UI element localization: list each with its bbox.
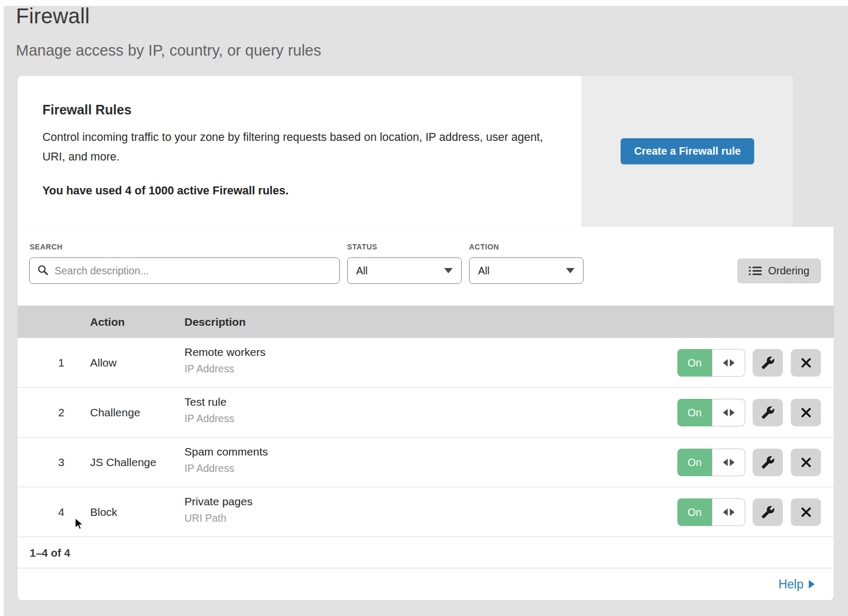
wrench-icon [761,356,775,370]
pagination-row: 1–4 of 4 [17,538,834,568]
rule-description-cell: Remote workers IP Address [184,346,266,375]
table-row: 3 JS Challenge Spam comments IP Address … [17,438,834,487]
delete-rule-button[interactable] [791,498,821,526]
rule-description: Private pages [184,495,252,508]
column-header-action: Action [90,306,125,338]
action-label: ACTION [469,243,499,251]
rule-field: IP Address [184,363,266,375]
rule-action: Block [90,487,117,537]
delete-rule-button[interactable] [791,399,821,426]
edit-rule-button[interactable] [753,449,783,476]
edit-rule-button[interactable] [753,349,783,377]
toggle-on-segment[interactable]: On [677,349,712,377]
rules-table-body: 1 Allow Remote workers IP Address On [17,338,834,537]
card-description: Control incoming traffic to your zone by… [42,128,551,167]
edit-rule-button[interactable] [753,498,783,526]
x-icon [800,406,812,419]
page-subtitle: Manage access by IP, country, or query r… [16,42,321,59]
status-select-value: All [356,265,368,277]
table-row: 1 Allow Remote workers IP Address On [17,338,834,388]
x-icon [800,506,812,519]
toggle-arrows-icon[interactable] [712,449,745,476]
usage-note: You have used 4 of 1000 active Firewall … [42,184,288,198]
help-link[interactable]: Help [779,577,815,592]
status-select[interactable]: All [347,257,462,284]
left-edge-strip [0,0,4,616]
wrench-icon [761,456,775,469]
rule-priority: 2 [49,388,73,437]
rule-enable-toggle[interactable]: On [677,349,745,377]
rule-priority: 1 [49,338,73,387]
rule-description-cell: Spam comments IP Address [184,445,268,475]
table-header: Action Description [17,306,834,338]
table-row: 2 Challenge Test rule IP Address On [17,388,834,438]
pagination-label: 1–4 of 4 [30,547,70,559]
toggle-on-segment[interactable]: On [677,449,712,476]
search-input[interactable] [29,257,340,284]
rule-action: Challenge [90,388,140,437]
column-header-description: Description [184,306,246,338]
firewall-page: Firewall Manage access by IP, country, o… [0,0,848,616]
create-rule-panel: Create a Firewall rule [581,76,793,227]
rule-priority: 3 [49,438,73,487]
wrench-icon [761,406,775,419]
toggle-arrows-icon[interactable] [712,399,745,426]
rule-field: URI Path [184,512,252,524]
action-select[interactable]: All [469,257,584,284]
help-arrow-icon [809,580,815,588]
search-icon [37,264,49,276]
x-icon [800,456,812,469]
chevron-down-icon [566,268,575,273]
wrench-icon [761,505,775,519]
rules-list-card: SEARCH STATUS ACTION All All Ordering [17,227,834,600]
rule-description: Spam comments [184,445,268,458]
top-edge-strip [0,0,848,6]
toggle-arrows-icon[interactable] [712,349,745,377]
page-title: Firewall [16,4,90,28]
ordering-list-icon [749,266,762,276]
toggle-on-segment[interactable]: On [677,399,712,426]
rule-description: Test rule [184,396,234,408]
status-label: STATUS [347,243,377,251]
card-footer: Help [17,568,834,600]
delete-rule-button[interactable] [791,449,821,476]
rule-action: Allow [90,338,117,387]
toggle-on-segment[interactable]: On [677,498,712,526]
card-title: Firewall Rules [42,102,131,118]
chevron-down-icon [444,268,453,273]
rule-field: IP Address [184,413,234,425]
toggle-arrows-icon[interactable] [712,498,745,526]
rule-enable-toggle[interactable]: On [677,399,745,426]
rule-enable-toggle[interactable]: On [677,498,745,526]
delete-rule-button[interactable] [791,349,821,377]
firewall-rules-card: Firewall Rules Control incoming traffic … [17,76,793,227]
rule-description: Remote workers [184,346,266,359]
rule-action: JS Challenge [90,438,156,487]
rule-description-cell: Private pages URI Path [184,495,252,524]
action-select-value: All [478,265,490,277]
help-link-label: Help [779,577,803,592]
search-label: SEARCH [30,243,63,251]
rule-description-cell: Test rule IP Address [184,396,234,425]
rule-field: IP Address [184,462,268,475]
table-row: 4 Block Private pages URI Path On [17,487,834,537]
ordering-button[interactable]: Ordering [737,258,821,283]
create-firewall-rule-button[interactable]: Create a Firewall rule [621,138,754,164]
edit-rule-button[interactable] [753,399,783,426]
search-field-wrap [29,257,340,284]
rule-priority: 4 [49,487,73,537]
x-icon [800,356,812,369]
rule-enable-toggle[interactable]: On [677,449,745,476]
ordering-button-label: Ordering [768,265,809,277]
